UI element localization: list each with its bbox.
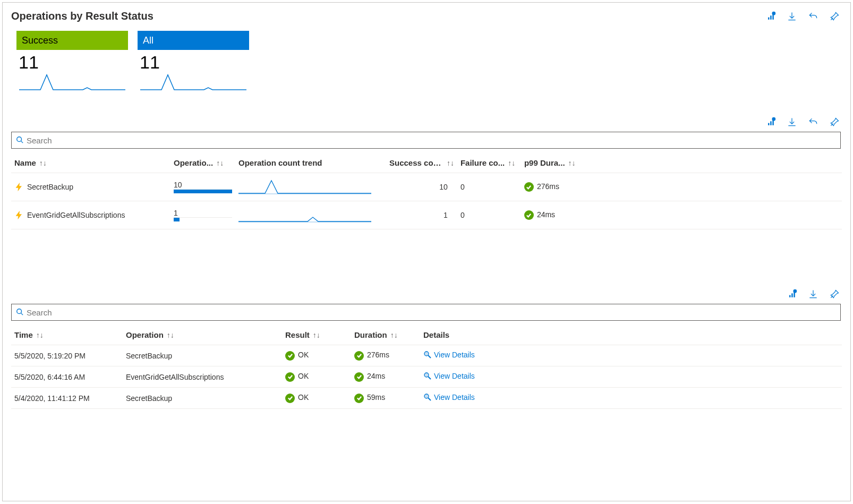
event-duration: 276ms <box>351 345 420 366</box>
ops-th-trend[interactable]: Operation count trend <box>235 151 384 173</box>
ops-th-count[interactable]: Operatio...↑↓ <box>170 151 235 173</box>
card-success-value: 11 <box>16 50 128 73</box>
event-time: 5/4/2020, 11:41:12 PM <box>11 388 123 409</box>
event-result: OK <box>282 366 351 388</box>
svg-rect-0 <box>768 18 770 20</box>
card-all[interactable]: All 11 <box>138 31 249 105</box>
event-duration: 59ms <box>351 388 420 409</box>
svg-point-15 <box>17 309 22 313</box>
card-all-value: 11 <box>138 50 249 73</box>
pin-icon[interactable] <box>828 116 841 129</box>
svg-point-8 <box>17 136 22 141</box>
ops-row-name: SecretBackup <box>27 183 73 191</box>
sort-icon: ↑↓ <box>33 331 44 339</box>
ops-th-failure[interactable]: Failure co...↑↓ <box>457 151 521 173</box>
log-analytics-icon[interactable] <box>764 10 777 23</box>
view-details-link[interactable]: View Details <box>434 393 475 402</box>
svg-point-14 <box>794 289 797 293</box>
ops-row-success: 10 <box>384 173 457 201</box>
events-toolbar <box>786 288 842 301</box>
view-details-link[interactable]: View Details <box>434 351 475 359</box>
magnifier-icon <box>423 372 432 382</box>
magnifier-icon <box>423 393 432 403</box>
ops-th-name[interactable]: Name↑↓ <box>11 151 170 173</box>
card-all-spark <box>138 73 249 92</box>
events-table-row[interactable]: 5/5/2020, 5:19:20 PM SecretBackup OK 276… <box>11 345 842 366</box>
ops-row-trend <box>235 173 384 201</box>
lightning-icon <box>14 210 24 220</box>
sort-icon: ↑↓ <box>565 159 576 167</box>
events-th-duration[interactable]: Duration↑↓ <box>351 323 420 345</box>
sort-icon: ↑↓ <box>387 331 398 339</box>
svg-point-16 <box>424 352 429 356</box>
ops-row-failure: 0 <box>457 201 521 229</box>
search-icon <box>16 136 23 145</box>
pin-icon[interactable] <box>828 10 841 23</box>
events-table-row[interactable]: 5/5/2020, 6:44:16 AM EventGridGetAllSubs… <box>11 366 842 388</box>
ops-table-row[interactable]: SecretBackup 10 10 0 276ms <box>11 173 842 201</box>
svg-rect-12 <box>791 293 793 297</box>
log-analytics-icon[interactable] <box>786 288 798 301</box>
sort-icon: ↑↓ <box>213 159 224 167</box>
event-operation: EventGridGetAllSubscriptions <box>123 366 282 388</box>
ops-table-row[interactable]: EventGridGetAllSubscriptions 1 1 0 24ms <box>11 201 842 229</box>
ops-row-p99: 24ms <box>521 201 585 229</box>
check-circle-icon <box>354 351 364 361</box>
sort-icon: ↑↓ <box>505 159 515 167</box>
svg-rect-4 <box>768 123 770 125</box>
magnifier-icon <box>423 351 432 361</box>
ops-row-trend <box>235 201 384 229</box>
ops-row-count: 10 <box>174 181 232 189</box>
check-circle-icon <box>524 210 534 220</box>
svg-point-18 <box>424 394 429 398</box>
check-circle-icon <box>285 351 295 361</box>
view-details-link[interactable]: View Details <box>434 372 475 380</box>
card-success-spark <box>16 73 128 92</box>
event-operation: SecretBackup <box>123 345 282 366</box>
svg-rect-11 <box>789 295 791 297</box>
ops-row-failure: 0 <box>457 173 521 201</box>
page-title: Operations by Result Status <box>11 10 153 22</box>
ops-toolbar <box>764 116 842 129</box>
download-icon[interactable] <box>786 116 798 129</box>
check-circle-icon <box>524 182 534 192</box>
download-icon[interactable] <box>786 10 798 23</box>
event-result: OK <box>282 345 351 366</box>
ops-row-count: 1 <box>174 209 232 217</box>
svg-point-7 <box>772 117 776 121</box>
svg-point-3 <box>772 12 776 15</box>
events-table: Time↑↓ Operation↑↓ Result↑↓ Duration↑↓ D… <box>11 323 842 409</box>
ops-row-p99: 276ms <box>521 173 585 201</box>
ops-th-p99[interactable]: p99 Dura...↑↓ <box>521 151 585 173</box>
svg-rect-1 <box>770 15 772 20</box>
log-analytics-icon[interactable] <box>764 116 777 129</box>
events-search-box[interactable] <box>11 304 841 321</box>
card-success[interactable]: Success 11 <box>16 31 128 105</box>
events-th-result[interactable]: Result↑↓ <box>282 323 351 345</box>
event-time: 5/5/2020, 6:44:16 AM <box>11 366 123 388</box>
events-th-time[interactable]: Time↑↓ <box>11 323 123 345</box>
search-icon <box>16 308 23 317</box>
svg-point-17 <box>424 373 429 377</box>
ops-search-input[interactable] <box>23 136 836 145</box>
ops-table: Name↑↓ Operatio...↑↓ Operation count tre… <box>11 151 842 229</box>
events-th-details[interactable]: Details <box>420 323 842 345</box>
events-table-row[interactable]: 5/4/2020, 11:41:12 PM SecretBackup OK 59… <box>11 388 842 409</box>
events-th-operation[interactable]: Operation↑↓ <box>123 323 282 345</box>
sort-icon: ↑↓ <box>310 331 320 339</box>
events-search-input[interactable] <box>23 308 836 317</box>
pin-icon[interactable] <box>828 288 841 301</box>
event-operation: SecretBackup <box>123 388 282 409</box>
ops-th-success[interactable]: Success count↑↓ <box>384 151 457 173</box>
ops-row-success: 1 <box>384 201 457 229</box>
check-circle-icon <box>285 372 295 382</box>
check-circle-icon <box>354 394 364 403</box>
undo-icon[interactable] <box>807 116 820 129</box>
undo-icon[interactable] <box>807 10 820 23</box>
download-icon[interactable] <box>807 288 820 301</box>
sort-icon: ↑↓ <box>443 159 454 167</box>
ops-search-box[interactable] <box>11 132 841 149</box>
kpi-cards-row: Success 11 All 11 <box>16 31 842 105</box>
event-result: OK <box>282 388 351 409</box>
card-success-label: Success <box>16 31 128 50</box>
